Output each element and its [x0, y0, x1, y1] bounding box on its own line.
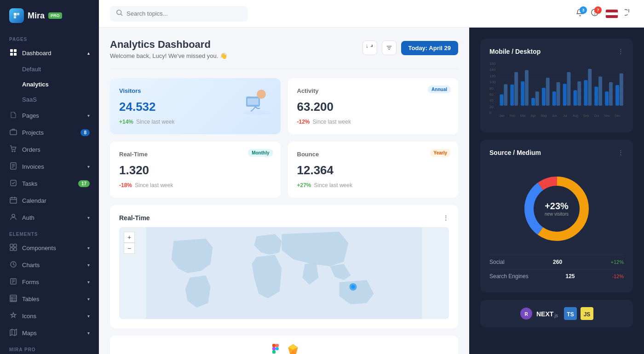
svg-rect-79	[563, 84, 567, 105]
svg-rect-12	[10, 198, 17, 203]
product-logos-light	[110, 336, 458, 354]
svg-rect-82	[578, 81, 581, 106]
realtime-change-pct: -18%	[119, 182, 132, 188]
notifications-button[interactable]: 3	[576, 8, 584, 19]
tasks-label: Tasks	[22, 180, 37, 187]
sidebar-item-charts[interactable]: Charts ▾	[0, 257, 99, 274]
dark-side: Mobile / Desktop ⋮ 020406080100120140160	[469, 28, 644, 354]
svg-rect-50	[276, 344, 279, 347]
social-change: +12%	[611, 259, 624, 265]
sidebar-item-icons[interactable]: Icons ▾	[0, 308, 99, 325]
map-zoom-out[interactable]: −	[124, 243, 135, 254]
sidebar-item-tasks[interactable]: Tasks 17	[0, 175, 99, 192]
source-row-search: Search Engines 125 -12%	[489, 269, 624, 283]
svg-rect-72	[525, 70, 529, 105]
sidebar-item-orders[interactable]: Orders	[0, 141, 99, 158]
social-name: Social	[489, 259, 505, 265]
svg-rect-70	[515, 72, 518, 106]
sidebar-item-maps[interactable]: Maps ▾	[0, 325, 99, 342]
svg-rect-89	[615, 85, 619, 106]
svg-text:Jul: Jul	[563, 114, 567, 117]
svg-point-16	[12, 214, 15, 217]
language-selector[interactable]	[605, 9, 618, 18]
realtime-card: Monthly Real-Time 1.320 -18% Since last …	[110, 142, 281, 198]
svg-rect-86	[598, 76, 602, 105]
sidebar-item-dashboard[interactable]: Dashboard ▴	[0, 45, 99, 62]
svg-text:Oct: Oct	[594, 114, 599, 117]
brand-name: Mira	[28, 11, 45, 21]
bounce-card: Yearly Bounce 12.364 +27% Since last wee…	[288, 142, 459, 198]
search-input[interactable]	[126, 10, 242, 17]
bounce-change-pct: +27%	[297, 182, 311, 188]
bounce-value: 12.364	[297, 163, 449, 177]
sidebar-item-auth[interactable]: Auth ▾	[0, 209, 99, 226]
svg-text:May: May	[541, 114, 547, 118]
today-button[interactable]: Today: April 29	[401, 41, 458, 55]
icons-label: Icons	[22, 313, 36, 320]
alerts-button[interactable]: 7	[591, 8, 599, 19]
svg-rect-67	[500, 94, 504, 106]
dashboard-label: Dashboard	[22, 50, 52, 57]
search-wrap[interactable]	[110, 6, 248, 22]
svg-text:Nov: Nov	[604, 114, 610, 117]
sidebar-item-invoices[interactable]: Invoices ▾	[0, 158, 99, 175]
map-zoom-in[interactable]: +	[124, 232, 135, 243]
invoices-label: Invoices	[22, 163, 44, 170]
svg-rect-51	[272, 347, 276, 350]
search-icon	[116, 10, 123, 18]
filter-button[interactable]	[382, 40, 397, 55]
svg-rect-85	[595, 86, 598, 105]
activity-tag: Annual	[428, 86, 451, 93]
mobile-desktop-card: Mobile / Desktop ⋮ 020406080100120140160	[480, 39, 633, 132]
invoices-icon	[9, 162, 17, 171]
sidebar-item-pages[interactable]: Pages ▾	[0, 107, 99, 124]
svg-text:Apr: Apr	[531, 114, 536, 118]
auth-label: Auth	[22, 214, 34, 221]
sidebar-item-calendar[interactable]: Calendar	[0, 192, 99, 209]
sidebar-item-projects[interactable]: Projects 8	[0, 124, 99, 141]
bounce-title: Bounce	[297, 151, 449, 158]
mobile-desktop-more[interactable]: ⋮	[617, 48, 624, 55]
activity-card: Annual Activity 63.200 -12% Since last w…	[288, 78, 459, 134]
page-title: Analytics Dashboard	[110, 39, 227, 51]
visitors-change-pct: +14%	[119, 119, 133, 125]
svg-rect-18	[14, 244, 17, 247]
sidebar-item-analytics[interactable]: Analytics	[0, 77, 99, 92]
source-medium-title: Source / Medium ⋮	[489, 149, 624, 156]
sidebar-item-saas[interactable]: SaaS	[0, 92, 99, 107]
redux-icon: R	[520, 307, 533, 320]
sidebar-item-tables[interactable]: Tables ▾	[0, 291, 99, 308]
javascript-icon: JS	[581, 307, 593, 320]
analytics-label: Analytics	[22, 81, 49, 88]
refresh-button[interactable]	[362, 40, 377, 55]
header-divider	[110, 69, 458, 69]
svg-text:Jan: Jan	[500, 114, 505, 117]
projects-badge: 8	[80, 129, 90, 136]
svg-text:NEXT: NEXT	[536, 310, 554, 318]
power-button[interactable]	[625, 8, 633, 19]
svg-point-5	[12, 151, 13, 152]
sidebar-item-default[interactable]: Default	[0, 62, 99, 77]
figma-logo-card	[110, 336, 458, 354]
source-medium-more[interactable]: ⋮	[617, 149, 624, 156]
main-area: 3 7 Analytics Dashboard Welcome back, Lu…	[99, 0, 644, 354]
map-more-button[interactable]: ⋮	[443, 214, 449, 222]
tasks-icon	[9, 179, 17, 188]
search-change: -12%	[612, 274, 624, 279]
brand: Mira PRO	[0, 0, 99, 31]
sidebar-item-forms[interactable]: Forms ▾	[0, 274, 99, 291]
forms-label: Forms	[22, 279, 39, 285]
svg-rect-76	[546, 78, 550, 106]
product-logos-dark: R NEXT .js TS JS	[480, 300, 633, 327]
figma-icon	[269, 343, 282, 354]
map-zoom-controls: + −	[124, 232, 135, 254]
projects-icon	[9, 128, 17, 137]
sidebar-item-components[interactable]: Components ▾	[0, 240, 99, 257]
page-subtitle: Welcome back, Lucy! We've missed you. 👋	[110, 52, 227, 59]
visitors-card: Visitors 24.532 +14% Since last week	[110, 78, 281, 134]
realtime-change: -18% Since last week	[119, 182, 271, 188]
svg-rect-49	[272, 344, 276, 347]
svg-point-42	[244, 110, 271, 115]
maps-chevron: ▾	[87, 331, 90, 336]
map-container: + −	[119, 227, 449, 319]
